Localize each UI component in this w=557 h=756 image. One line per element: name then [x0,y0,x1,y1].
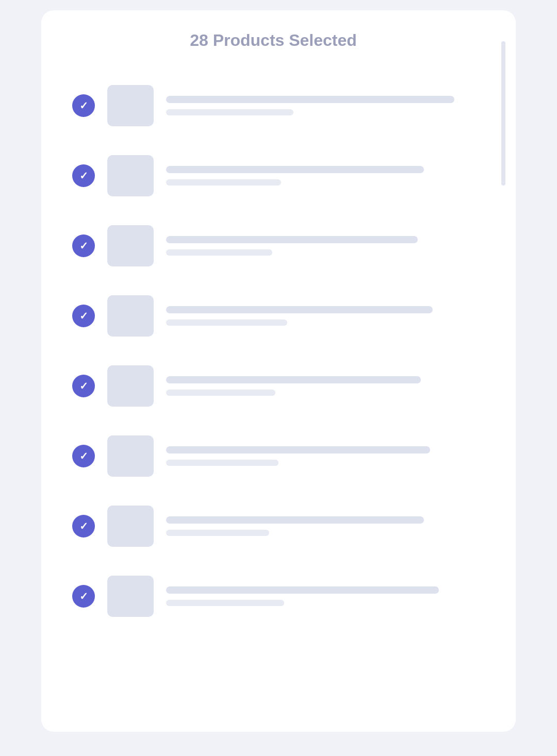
list-item: ✓ [72,141,485,211]
list-item: ✓ [72,211,485,281]
checkmark-icon: ✓ [79,240,88,252]
checkmark-icon: ✓ [79,450,88,462]
product-selection-card: 28 Products Selected ✓✓✓✓✓✓✓✓ [41,10,516,732]
checkbox-circle[interactable]: ✓ [72,305,95,327]
product-name-bar [166,306,433,313]
product-info [166,236,485,256]
product-thumbnail [107,365,154,407]
product-sub-bar [166,320,287,326]
product-thumbnail [107,435,154,477]
product-sub-bar [166,179,281,186]
product-name-bar [166,166,424,173]
product-name-bar [166,446,430,453]
scrollbar[interactable] [501,41,505,186]
header: 28 Products Selected [72,31,485,50]
product-info [166,586,485,606]
product-thumbnail [107,506,154,547]
checkbox-circle[interactable]: ✓ [72,234,95,257]
product-info [166,166,485,186]
product-list: ✓✓✓✓✓✓✓✓ [72,71,485,631]
product-info [166,96,485,115]
checkbox-circle[interactable]: ✓ [72,515,95,537]
product-sub-bar [166,530,269,536]
product-name-bar [166,586,439,594]
product-thumbnail [107,576,154,617]
checkmark-icon: ✓ [79,99,88,112]
product-sub-bar [166,600,284,606]
list-item: ✓ [72,491,485,561]
checkmark-icon: ✓ [79,590,88,602]
checkmark-icon: ✓ [79,380,88,392]
checkbox-circle[interactable]: ✓ [72,94,95,117]
product-name-bar [166,516,424,524]
product-info [166,516,485,536]
checkbox-circle[interactable]: ✓ [72,375,95,397]
product-name-bar [166,236,418,243]
product-name-bar [166,96,454,103]
product-name-bar [166,376,421,383]
checkbox-circle[interactable]: ✓ [72,164,95,187]
product-info [166,306,485,326]
list-item: ✓ [72,351,485,421]
product-thumbnail [107,295,154,337]
product-sub-bar [166,390,275,396]
checkbox-circle[interactable]: ✓ [72,585,95,608]
checkmark-icon: ✓ [79,170,88,182]
checkbox-circle[interactable]: ✓ [72,445,95,467]
product-sub-bar [166,460,278,466]
list-item: ✓ [72,421,485,491]
product-sub-bar [166,109,293,115]
list-item: ✓ [72,71,485,141]
page-title: 28 Products Selected [72,31,474,50]
product-info [166,376,485,396]
product-thumbnail [107,85,154,126]
checkmark-icon: ✓ [79,520,88,532]
checkmark-icon: ✓ [79,310,88,322]
product-thumbnail [107,225,154,266]
list-item: ✓ [72,281,485,351]
product-info [166,446,485,466]
product-sub-bar [166,249,272,256]
list-item: ✓ [72,561,485,631]
product-thumbnail [107,155,154,196]
